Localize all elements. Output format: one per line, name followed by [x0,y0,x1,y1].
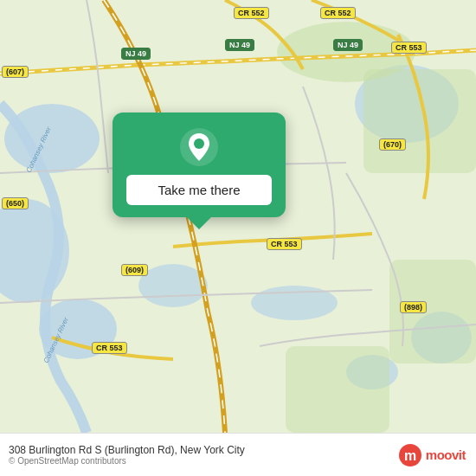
svg-point-16 [194,138,204,149]
road-badge-609: (609) [121,264,148,276]
moovit-icon: m [398,443,422,467]
road-badge-nj49-3: NJ 49 [333,39,363,51]
svg-point-4 [138,264,208,307]
road-badge-cr553-top: CR 553 [391,42,427,54]
svg-rect-10 [363,69,476,173]
popup-card: Take me there [113,113,286,217]
road-badge-607: (607) [2,66,29,78]
bottom-bar: 308 Burlington Rd S (Burlington Rd), New… [0,433,476,476]
location-pin-icon [180,128,218,166]
take-me-there-button[interactable]: Take me there [126,175,272,205]
moovit-text: moovit [426,447,466,462]
road-badge-650: (650) [2,197,29,209]
map-container: Cohansey River Cohansey River CR 552 CR … [0,0,476,433]
road-badge-cr553-low: CR 553 [92,342,127,354]
svg-rect-11 [286,346,389,433]
road-badge-nj49-1: NJ 49 [121,48,151,60]
svg-text:m: m [404,448,416,463]
svg-point-1 [4,104,100,173]
road-badge-670: (670) [379,138,406,151]
moovit-logo: m moovit [398,443,466,467]
address-text: 308 Burlington Rd S (Burlington Rd), New… [9,444,245,456]
road-badge-cr552-2: CR 552 [320,7,356,19]
road-badge-cr552-1: CR 552 [234,7,269,19]
attribution-text: © OpenStreetMap contributors [9,456,245,466]
road-badge-nj49-2: NJ 49 [225,39,254,51]
bottom-left-info: 308 Burlington Rd S (Burlington Rd), New… [9,444,245,466]
road-badge-898: (898) [400,301,427,313]
road-badge-cr553-mid: CR 553 [267,238,302,250]
